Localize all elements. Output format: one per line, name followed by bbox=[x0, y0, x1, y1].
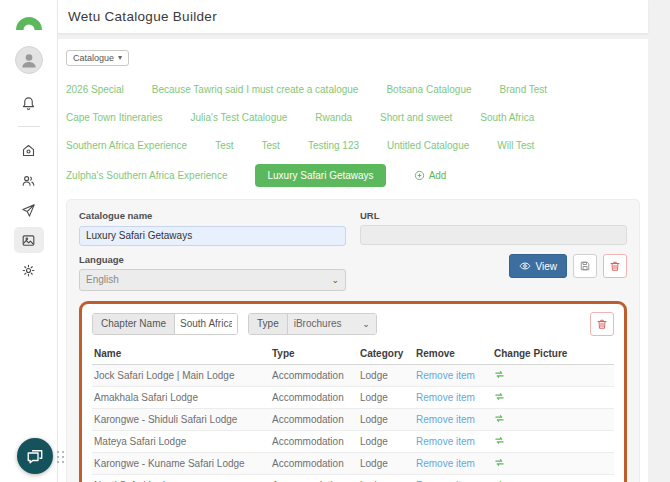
col-header-remove: Remove bbox=[414, 344, 492, 365]
item-type: Accommodation bbox=[270, 452, 358, 474]
remove-item-link[interactable]: Remove item bbox=[416, 436, 475, 447]
catalogue-tab[interactable]: Cape Town Itineraries bbox=[66, 108, 163, 127]
col-header-type: Type bbox=[270, 344, 358, 365]
remove-item-link[interactable]: Remove item bbox=[416, 458, 475, 469]
item-category: Lodge bbox=[358, 386, 414, 408]
change-picture-icon[interactable] bbox=[494, 457, 505, 468]
catalogue-tab[interactable]: Testing 123 bbox=[308, 136, 359, 155]
chevron-down-icon: ⌄ bbox=[331, 275, 339, 285]
sidebar-divider bbox=[18, 126, 40, 127]
circle-plus-icon bbox=[414, 170, 425, 181]
item-name: Amakhala Safari Lodge bbox=[92, 386, 270, 408]
change-picture-icon[interactable] bbox=[494, 369, 505, 380]
media-image-icon[interactable] bbox=[14, 227, 44, 253]
page-title: Wetu Catalogue Builder bbox=[68, 9, 217, 24]
item-name: Karongwe - Shiduli Safari Lodge bbox=[92, 408, 270, 430]
delete-chapter-button[interactable] bbox=[590, 312, 614, 336]
settings-gear-icon[interactable] bbox=[14, 257, 44, 283]
table-row: Nyati Safari Lodge Accommodation Lodge R… bbox=[92, 474, 614, 482]
change-picture-icon[interactable] bbox=[494, 479, 505, 482]
chat-widget-button[interactable] bbox=[17, 438, 53, 474]
remove-item-link[interactable]: Remove item bbox=[416, 392, 475, 403]
chevron-down-icon: ▾ bbox=[118, 54, 122, 62]
page-gutter bbox=[648, 0, 670, 482]
view-button[interactable]: View bbox=[509, 254, 568, 278]
change-picture-icon[interactable] bbox=[494, 435, 505, 446]
widget-drag-handle[interactable] bbox=[56, 449, 65, 465]
home-icon[interactable] bbox=[14, 137, 44, 163]
chapter-name-input[interactable] bbox=[175, 314, 237, 334]
catalogue-mode-select[interactable]: Catalogue ▾ bbox=[66, 50, 129, 66]
app-header: Wetu Catalogue Builder bbox=[58, 0, 648, 33]
table-row: Karongwe - Shiduli Safari Lodge Accommod… bbox=[92, 408, 614, 430]
catalogue-tab[interactable]: Botsana Catalogue bbox=[386, 80, 471, 99]
catalogue-tab-active[interactable]: Luxury Safari Getaways bbox=[255, 164, 385, 187]
catalogue-tab[interactable]: Because Tawriq said I must create a cata… bbox=[152, 80, 359, 99]
change-picture-icon[interactable] bbox=[494, 413, 505, 424]
chapter-name-label: Chapter Name bbox=[93, 314, 175, 334]
item-name: Nyati Safari Lodge bbox=[92, 474, 270, 482]
catalogue-tab[interactable]: 2026 Special bbox=[66, 80, 124, 99]
delete-catalogue-button[interactable] bbox=[603, 254, 627, 278]
chapter-items-table: Name Type Category Remove Change Picture… bbox=[92, 344, 614, 482]
language-select[interactable]: English ⌄ bbox=[79, 269, 346, 291]
item-name: Jock Safari Lodge | Main Lodge bbox=[92, 364, 270, 386]
item-name: Mateya Safari Lodge bbox=[92, 430, 270, 452]
item-type: Accommodation bbox=[270, 408, 358, 430]
catalogue-tab[interactable]: Rwanda bbox=[315, 108, 352, 127]
send-icon[interactable] bbox=[14, 197, 44, 223]
user-avatar[interactable] bbox=[15, 46, 43, 74]
wetu-logo-icon bbox=[14, 12, 44, 32]
col-header-name: Name bbox=[92, 344, 270, 365]
catalogue-tab[interactable]: Short and sweet bbox=[380, 108, 452, 127]
trash-icon bbox=[596, 318, 608, 330]
item-name: Karongwe - Kuname Safari Lodge bbox=[92, 452, 270, 474]
language-label: Language bbox=[79, 254, 346, 265]
catalogue-tab[interactable]: Test bbox=[262, 136, 280, 155]
col-header-category: Category bbox=[358, 344, 414, 365]
trash-icon bbox=[609, 260, 621, 272]
catalogue-tab[interactable]: Zulpha's Southern Africa Experience bbox=[66, 166, 227, 185]
col-header-change-picture: Change Picture bbox=[492, 344, 614, 365]
catalogue-tab[interactable]: Untitled Catalogue bbox=[387, 136, 469, 155]
catalogue-tab[interactable]: Will Test bbox=[497, 136, 534, 155]
chapter-type-select[interactable]: iBrochures ⌄ bbox=[288, 314, 376, 334]
remove-item-link[interactable]: Remove item bbox=[416, 414, 475, 425]
catalogue-tab[interactable]: Southern Africa Experience bbox=[66, 136, 187, 155]
chapter-items-body: Jock Safari Lodge | Main Lodge Accommoda… bbox=[92, 364, 614, 482]
url-input bbox=[360, 225, 627, 245]
save-floppy-icon bbox=[579, 260, 591, 272]
chat-bubbles-icon bbox=[26, 447, 44, 465]
catalogue-tab[interactable]: Brand Test bbox=[500, 80, 548, 99]
catalogue-tab[interactable]: Julia's Test Catalogue bbox=[191, 108, 288, 127]
add-catalogue-link[interactable]: Add bbox=[414, 170, 447, 181]
table-row: Amakhala Safari Lodge Accommodation Lodg… bbox=[92, 386, 614, 408]
table-row: Jock Safari Lodge | Main Lodge Accommoda… bbox=[92, 364, 614, 386]
table-row: Karongwe - Kuname Safari Lodge Accommoda… bbox=[92, 452, 614, 474]
chapter-type-group: Type iBrochures ⌄ bbox=[248, 313, 377, 335]
notifications-bell-icon[interactable] bbox=[14, 90, 44, 116]
item-category: Lodge bbox=[358, 474, 414, 482]
chapter-name-group: Chapter Name bbox=[92, 313, 238, 335]
save-button[interactable] bbox=[573, 254, 597, 278]
chevron-down-icon: ⌄ bbox=[362, 319, 370, 329]
change-picture-icon[interactable] bbox=[494, 391, 505, 402]
eye-icon bbox=[519, 260, 531, 272]
chapter-type-label: Type bbox=[249, 314, 288, 334]
item-category: Lodge bbox=[358, 408, 414, 430]
users-icon[interactable] bbox=[14, 167, 44, 193]
item-category: Lodge bbox=[358, 364, 414, 386]
sidebar bbox=[0, 0, 58, 482]
catalogue-name-input[interactable] bbox=[79, 226, 346, 246]
table-row: Mateya Safari Lodge Accommodation Lodge … bbox=[92, 430, 614, 452]
item-category: Lodge bbox=[358, 452, 414, 474]
item-type: Accommodation bbox=[270, 430, 358, 452]
item-type: Accommodation bbox=[270, 364, 358, 386]
catalogue-detail-panel: Catalogue name Language English ⌄ URL Vi… bbox=[66, 199, 640, 482]
item-category: Lodge bbox=[358, 430, 414, 452]
item-type: Accommodation bbox=[270, 386, 358, 408]
catalogue-tab[interactable]: Test bbox=[215, 136, 233, 155]
catalogue-name-label: Catalogue name bbox=[79, 210, 346, 221]
remove-item-link[interactable]: Remove item bbox=[416, 370, 475, 381]
catalogue-tab[interactable]: South Africa bbox=[480, 108, 534, 127]
